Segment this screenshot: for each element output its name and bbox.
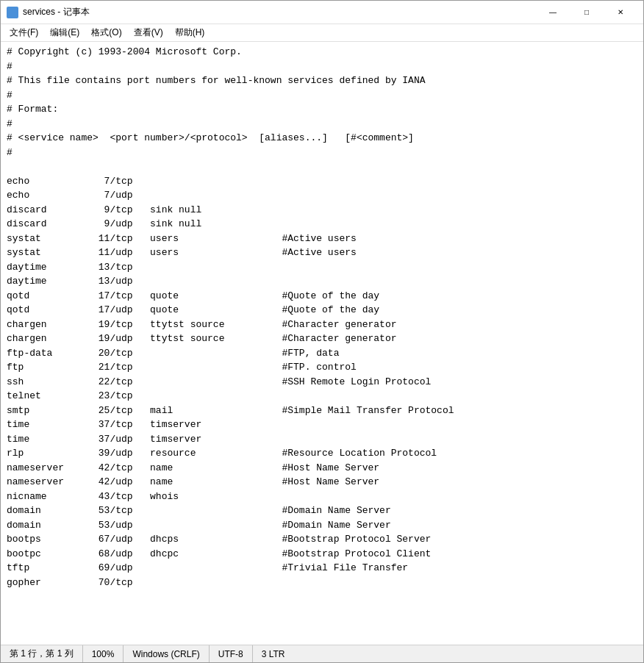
extra-section: 3 LTR <box>253 645 294 662</box>
position-text: 第 1 行，第 1 列 <box>10 648 74 660</box>
menu-format[interactable]: 格式(O) <box>85 25 127 40</box>
close-button[interactable]: ✕ <box>604 1 637 24</box>
menu-file[interactable]: 文件(F) <box>4 25 44 40</box>
maximize-button[interactable]: □ <box>570 1 604 24</box>
window-controls: — □ ✕ <box>536 1 637 24</box>
notepad-window: services - 记事本 — □ ✕ 文件(F) 编辑(E) 格式(O) 查… <box>0 0 644 663</box>
cursor-position: 第 1 行，第 1 列 <box>1 645 83 662</box>
app-icon <box>7 7 18 18</box>
menu-help[interactable]: 帮助(H) <box>169 25 211 40</box>
title-bar: services - 记事本 — □ ✕ <box>1 1 643 24</box>
menu-view[interactable]: 查看(V) <box>128 25 169 40</box>
minimize-button[interactable]: — <box>536 1 570 24</box>
line-ending: Windows (CRLF) <box>124 645 209 662</box>
extra-text: 3 LTR <box>262 649 285 659</box>
zoom-text: 100% <box>92 649 115 659</box>
encoding-section: UTF-8 <box>210 645 253 662</box>
window-title: services - 记事本 <box>23 6 536 18</box>
status-bar: 第 1 行，第 1 列 100% Windows (CRLF) UTF-8 3 … <box>1 645 643 662</box>
menu-bar: 文件(F) 编辑(E) 格式(O) 查看(V) 帮助(H) <box>1 24 643 42</box>
content-area: # Copyright (c) 1993-2004 Microsoft Corp… <box>1 42 643 645</box>
menu-edit[interactable]: 编辑(E) <box>44 25 85 40</box>
zoom-level: 100% <box>83 645 124 662</box>
encoding-text: UTF-8 <box>218 649 243 659</box>
text-content[interactable]: # Copyright (c) 1993-2004 Microsoft Corp… <box>1 42 643 645</box>
line-ending-text: Windows (CRLF) <box>132 649 199 659</box>
